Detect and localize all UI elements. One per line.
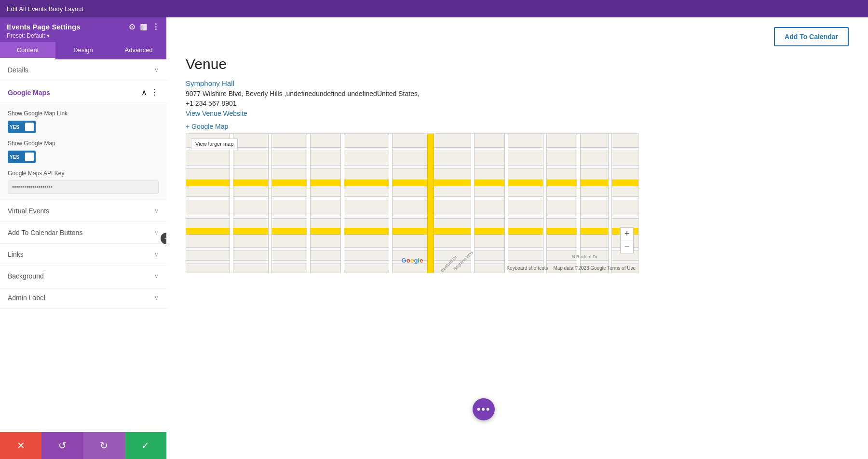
- focus-icon[interactable]: ⊙: [129, 22, 135, 31]
- sidebar: Events Page Settings ⊙ ▦ ⋮ Preset: Defau…: [0, 17, 166, 459]
- sidebar-title: Events Page Settings: [7, 23, 81, 31]
- venue-phone: +1 234 567 8901: [186, 99, 849, 107]
- add-to-calendar-button[interactable]: Add To Calendar: [774, 27, 849, 46]
- section-background[interactable]: Background ∨: [0, 265, 166, 287]
- sidebar-preset[interactable]: Preset: Default ▾: [7, 32, 160, 39]
- map-grid: The Cheesecake Factory 🔶 Whole Foods Mar…: [186, 134, 638, 273]
- google-maps-more-icon[interactable]: ⋮: [151, 88, 159, 97]
- google-maps-content: Show Google Map Link YES Show Google Map…: [0, 104, 166, 200]
- show-google-map-link-label: Show Google Map Link: [8, 110, 159, 117]
- section-add-to-calendar[interactable]: Add To Calendar Buttons ∨: [0, 222, 166, 244]
- show-google-map-link-row: YES: [8, 121, 159, 133]
- close-button[interactable]: ✕: [0, 432, 41, 459]
- toggle2-yes-label: YES: [10, 154, 19, 160]
- section-details-label: Details: [8, 66, 28, 74]
- map-data-attribution: Map data ©2023 Google Terms of Use: [553, 265, 636, 271]
- top-bar-title: Edit All Events Body Layout: [7, 5, 83, 13]
- section-background-label: Background: [8, 272, 44, 280]
- google-map-link[interactable]: + Google Map: [186, 123, 849, 130]
- api-key-label: Google Maps API Key: [8, 170, 159, 177]
- floating-action-button[interactable]: •••: [473, 398, 495, 420]
- venue-title: Venue: [186, 56, 849, 72]
- show-google-map-toggle[interactable]: YES: [8, 151, 36, 163]
- keyboard-shortcuts-link[interactable]: Keyboard shortcuts: [506, 265, 548, 271]
- tab-advanced[interactable]: Advanced: [111, 42, 166, 59]
- section-details-chevron: ∨: [154, 67, 159, 73]
- show-google-map-label: Show Google Map: [8, 140, 159, 147]
- map-zoom-controls: + −: [620, 227, 634, 253]
- section-virtual-events[interactable]: Virtual Events ∨: [0, 200, 166, 222]
- main-layout: Events Page Settings ⊙ ▦ ⋮ Preset: Defau…: [0, 17, 868, 459]
- sidebar-tabs: Content Design Advanced: [0, 42, 166, 59]
- columns-icon[interactable]: ▦: [140, 22, 147, 31]
- venue-address: 9077 Wilshire Blvd, Beverly Hills ,undef…: [186, 90, 849, 97]
- show-google-map-row: YES: [8, 151, 159, 163]
- tab-design[interactable]: Design: [55, 42, 111, 59]
- show-google-map-link-toggle[interactable]: YES: [8, 121, 36, 133]
- section-add-to-calendar-chevron: ∨: [154, 229, 159, 236]
- map-container: The Cheesecake Factory 🔶 Whole Foods Mar…: [186, 133, 639, 273]
- undo-button[interactable]: ↺: [41, 432, 83, 459]
- section-virtual-events-label: Virtual Events: [8, 207, 49, 215]
- google-maps-expand-icon[interactable]: ∧: [141, 88, 147, 97]
- google-maps-title: Google Maps: [8, 89, 50, 97]
- section-virtual-events-chevron: ∨: [154, 208, 159, 214]
- section-admin-label-label: Admin Label: [8, 294, 45, 302]
- top-bar: Edit All Events Body Layout: [0, 0, 868, 17]
- section-links-chevron: ∨: [154, 251, 159, 258]
- section-background-chevron: ∨: [154, 273, 159, 279]
- google-maps-controls: ∧ ⋮: [141, 88, 159, 97]
- section-links[interactable]: Links ∨: [0, 244, 166, 265]
- sidebar-header: Events Page Settings ⊙ ▦ ⋮ Preset: Defau…: [0, 17, 166, 42]
- section-add-to-calendar-label: Add To Calendar Buttons: [8, 229, 82, 236]
- map-attribution: Keyboard shortcuts Map data ©2023 Google…: [506, 265, 636, 271]
- google-logo: Google: [402, 257, 423, 264]
- venue-website-link[interactable]: View Venue Website: [186, 110, 247, 117]
- section-links-label: Links: [8, 250, 24, 258]
- sidebar-header-title-row: Events Page Settings ⊙ ▦ ⋮: [7, 22, 160, 31]
- section-admin-label[interactable]: Admin Label ∨: [0, 287, 166, 309]
- map-view-larger-button[interactable]: View larger map: [191, 139, 238, 149]
- toggle-yes-label: YES: [10, 125, 19, 130]
- sidebar-content: Details ∨ Google Maps ∧ ⋮ Show Google Ma…: [0, 59, 166, 432]
- section-admin-label-chevron: ∨: [154, 294, 159, 301]
- section-google-maps-header: Google Maps ∧ ⋮: [0, 81, 166, 104]
- toggle2-knob: [25, 153, 34, 161]
- toggle-knob: [25, 123, 34, 131]
- venue-name-link[interactable]: Symphony Hall: [186, 79, 234, 87]
- zoom-out-button[interactable]: −: [621, 240, 633, 253]
- venue-section: Venue Symphony Hall 9077 Wilshire Blvd, …: [186, 56, 849, 273]
- more-options-icon[interactable]: ⋮: [152, 22, 160, 31]
- api-key-input[interactable]: [8, 181, 159, 194]
- redo-button[interactable]: ↻: [83, 432, 125, 459]
- main-content: Add To Calendar Venue Symphony Hall 9077…: [166, 17, 868, 459]
- tab-content[interactable]: Content: [0, 42, 55, 59]
- save-button[interactable]: ✓: [125, 432, 166, 459]
- sidebar-header-icons: ⊙ ▦ ⋮: [129, 22, 160, 31]
- bottom-bar: ✕ ↺ ↻ ✓: [0, 432, 166, 459]
- zoom-in-button[interactable]: +: [621, 228, 633, 240]
- section-details[interactable]: Details ∨: [0, 59, 166, 81]
